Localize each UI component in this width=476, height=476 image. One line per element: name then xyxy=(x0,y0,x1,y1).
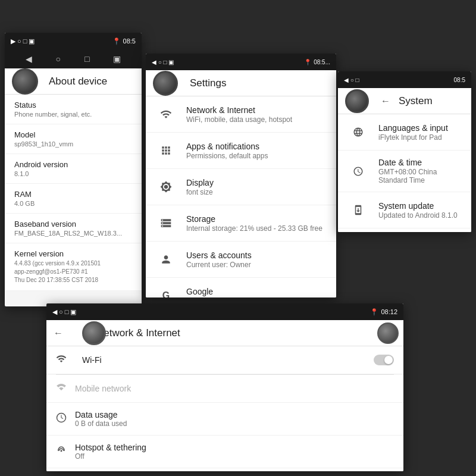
hotspot-icon xyxy=(56,445,75,458)
about-time: 08:5 xyxy=(123,37,136,45)
main-toolbar: Settings xyxy=(146,70,336,96)
storage-icon xyxy=(155,212,177,234)
about-toolbar: About device xyxy=(5,68,142,95)
system-back-icon[interactable]: ← xyxy=(381,96,390,107)
wifi-icon xyxy=(155,104,177,125)
system-item-datetime[interactable]: Date & time GMT+08:00 China Standard Tim… xyxy=(338,151,471,192)
main-time: 08:5... xyxy=(314,59,330,65)
network-toolbar: ← Network & Internet xyxy=(46,320,403,346)
back-nav-icon[interactable]: ◀ xyxy=(26,54,32,64)
network-screen: ◀ ○ □ ▣ 📍 08:12 ← Network & Internet Wi-… xyxy=(46,303,403,471)
data-usage-sublabel: 0 B of data used xyxy=(75,419,127,428)
hotspot-label: Hotspot & tethering xyxy=(75,443,146,452)
settings-item-users[interactable]: Users & accounts Current user: Owner xyxy=(146,242,336,278)
about-title: About device xyxy=(49,76,107,87)
settings-item-apps[interactable]: Apps & notifications Permissions, defaul… xyxy=(146,133,336,169)
network-item-mobile[interactable]: Mobile network xyxy=(46,375,403,403)
network-item-hotspot[interactable]: Hotspot & tethering Off xyxy=(46,436,403,468)
main-settings-screen: ◀ ○ □ ▣ 📍 08:5... Settings Network & Int… xyxy=(146,54,336,298)
home-nav-icon[interactable]: ○ xyxy=(56,54,61,64)
about-item-baseband[interactable]: Baseband version FM_BASE_18A_RLS2_MC_W18… xyxy=(5,214,142,243)
main-nav-icons: ◀ ○ □ ▣ xyxy=(152,59,174,65)
main-settings-title: Settings xyxy=(190,77,226,89)
about-item-status[interactable]: Status Phone number, signal, etc. xyxy=(5,95,142,124)
wifi-label: Wi-Fi xyxy=(82,355,102,365)
network-avatar xyxy=(377,322,399,344)
about-device-screen: ▶ ○ □ ▣ 📍 08:5 ◀ ○ □ ▣ About device Stat… xyxy=(5,33,142,306)
network-time: 08:12 xyxy=(381,308,397,315)
settings-item-google[interactable]: G Google Services & preferences xyxy=(146,278,336,298)
main-status-bar: ◀ ○ □ ▣ 📍 08:5... xyxy=(146,54,336,70)
system-time: 08:5 xyxy=(454,77,465,83)
network-location-icon: 📍 xyxy=(370,308,378,316)
network-item-vpn[interactable]: VPN xyxy=(46,468,403,471)
update-icon xyxy=(347,199,369,221)
settings-item-storage[interactable]: Storage Internal storage: 21% used - 25.… xyxy=(146,205,336,242)
network-items-list: Wi-Fi Mobile network Data usage 0 B of d… xyxy=(46,346,403,471)
system-title: System xyxy=(399,95,433,107)
mobile-label: Mobile network xyxy=(75,384,394,393)
person-icon xyxy=(155,249,177,270)
about-status-bar: ▶ ○ □ ▣ 📍 08:5 xyxy=(5,33,142,49)
clock-icon xyxy=(347,161,369,182)
system-items-list: Languages & input iFlytek Input for Pad … xyxy=(338,114,471,232)
about-item-android[interactable]: Android version 8.1.0 xyxy=(5,154,142,184)
network-title: Network & Internet xyxy=(96,327,180,339)
about-item-ram[interactable]: RAM 4.0 GB xyxy=(5,184,142,214)
wifi-toggle[interactable] xyxy=(374,355,394,365)
apps-icon xyxy=(155,140,177,161)
data-usage-label: Data usage xyxy=(75,410,127,419)
screenshot-nav-icon[interactable]: ▣ xyxy=(113,54,121,64)
brightness-icon xyxy=(155,176,177,198)
settings-item-network[interactable]: Network & Internet WiFi, mobile, data us… xyxy=(146,96,336,133)
main-settings-list: Network & Internet WiFi, mobile, data us… xyxy=(146,96,336,298)
about-status-icons: ▶ ○ □ ▣ xyxy=(11,37,35,45)
system-item-about[interactable]: About device sp9853l_1h10_vmm xyxy=(338,228,471,232)
about-location-icon: 📍 xyxy=(112,37,121,45)
globe-icon xyxy=(347,121,369,143)
network-item-data[interactable]: Data usage 0 B of data used xyxy=(46,403,403,436)
about-item-model[interactable]: Model sp9853l_1h10_vmm xyxy=(5,124,142,154)
about-nav-bar: ◀ ○ □ ▣ xyxy=(5,49,142,68)
about-items-list: Status Phone number, signal, etc. Model … xyxy=(5,95,142,291)
network-status-bar: ◀ ○ □ ▣ 📍 08:12 xyxy=(46,303,403,320)
system-toolbar: ← System xyxy=(338,88,471,114)
network-nav-icons: ◀ ○ □ ▣ xyxy=(52,308,76,316)
system-item-update[interactable]: System update Updated to Android 8.1.0 xyxy=(338,192,471,228)
recents-nav-icon[interactable]: □ xyxy=(84,54,89,64)
wifi-network-icon xyxy=(56,353,75,367)
network-back-icon[interactable]: ← xyxy=(54,328,63,339)
network-item-wifi[interactable]: Wi-Fi xyxy=(46,346,403,374)
google-icon: G xyxy=(155,285,177,298)
system-status-bar: ◀ ○ □ 08:5 xyxy=(338,71,471,88)
about-logo xyxy=(12,68,38,95)
main-logo xyxy=(153,71,178,96)
network-logo xyxy=(82,321,106,345)
hotspot-sublabel: Off xyxy=(75,452,146,461)
main-location-icon: 📍 xyxy=(304,59,311,65)
system-item-language[interactable]: Languages & input iFlytek Input for Pad xyxy=(338,114,471,151)
settings-item-display[interactable]: Display font size xyxy=(146,169,336,205)
system-screen: ◀ ○ □ 08:5 ← System Languages & input iF… xyxy=(338,71,471,232)
system-logo xyxy=(345,89,369,113)
about-item-kernel[interactable]: Kernel version 4.4.83 (gcc version 4.9.x… xyxy=(5,243,142,291)
signal-icon xyxy=(56,382,75,395)
system-nav: ◀ ○ □ xyxy=(344,77,359,83)
data-usage-icon xyxy=(56,412,75,425)
